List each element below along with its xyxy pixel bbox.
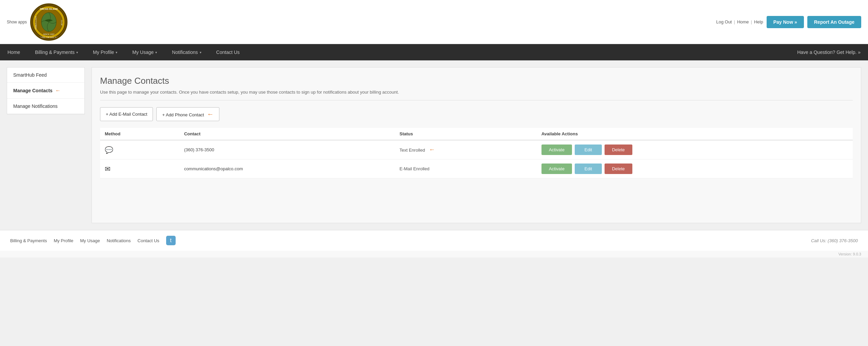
contact-value: (360) 376-3500 [179,140,395,159]
nav-item-billing[interactable]: Billing & Payments ▾ [27,44,85,60]
delete-button[interactable]: Delete [605,145,632,155]
edit-button[interactable]: Edit [575,145,602,155]
edit-button[interactable]: Edit [575,164,602,174]
nav-item-my-profile[interactable]: My Profile ▾ [85,44,125,60]
nav-item-home[interactable]: Home [0,44,27,60]
sidebar: SmartHub Feed Manage Contacts ← Manage N… [7,67,85,114]
nav-item-my-usage[interactable]: My Usage ▾ [125,44,164,60]
twitter-icon[interactable]: t [166,236,176,245]
chevron-down-icon: ▾ [116,51,117,54]
nav-item-notifications[interactable]: Notifications ▾ [164,44,209,60]
footer-call-us: Call Us: (360) 376-3500 [811,238,858,243]
sidebar-item-manage-notifications[interactable]: Manage Notifications [7,99,84,114]
show-apps-button[interactable]: Show apps [7,20,27,24]
status-cell: E-Mail Enrolled [395,159,536,178]
nav-bar: Home Billing & Payments ▾ My Profile ▾ M… [0,44,868,60]
footer-link-billing[interactable]: Billing & Payments [10,238,47,243]
col-header-actions: Available Actions [537,128,853,140]
activate-button[interactable]: Activate [541,164,572,174]
page-title: Manage Contacts [100,76,853,86]
chevron-down-icon: ▾ [76,51,78,54]
action-buttons: + Add E-Mail Contact + Add Phone Contact… [100,107,853,121]
table-row: ✉ communications@opalco.com E-Mail Enrol… [100,159,853,178]
nav-item-contact-us[interactable]: Contact Us [209,44,247,60]
arrow-right-icon: ← [55,88,61,94]
add-email-contact-button[interactable]: + Add E-Mail Contact [100,107,153,121]
logo: ORCAS ISLAND SINCE 1937 POWER & LIGHT CO… [30,3,67,41]
top-right: Log Out | Home | Help Pay Now » Report A… [716,16,861,28]
help-link[interactable]: Help [754,19,763,24]
pay-now-button[interactable]: Pay Now » [767,16,804,28]
svg-text:POWER & LIGHT: POWER & LIGHT [35,16,37,30]
table-row: 💬 (360) 376-3500 Text Enrolled ← Activat… [100,140,853,159]
svg-text:CO-OP: CO-OP [61,20,63,25]
top-bar: Show apps ORCAS ISLAND SINCE 1937 POWER … [0,0,868,44]
top-links: Log Out | Home | Help [716,19,763,24]
arrow-annotation-icon: ← [207,110,214,118]
svg-text:SINCE 1937: SINCE 1937 [43,33,55,35]
sidebar-item-smarthub-feed[interactable]: SmartHub Feed [7,68,84,83]
version-text: Version: 9.0.3 [839,252,861,256]
logout-link[interactable]: Log Out [716,19,732,24]
chevron-down-icon: ▾ [155,51,157,54]
nav-help-link[interactable]: Have a Question? Get Help. » [790,44,868,60]
top-left: Show apps ORCAS ISLAND SINCE 1937 POWER … [7,3,67,41]
footer-link-my-usage[interactable]: My Usage [80,238,100,243]
page-description: Use this page to manage your contacts. O… [100,90,853,100]
page-body: SmartHub Feed Manage Contacts ← Manage N… [0,60,868,230]
contact-value: communications@opalco.com [179,159,395,178]
nav-left: Home Billing & Payments ▾ My Profile ▾ M… [0,44,247,60]
footer-links: Billing & Payments My Profile My Usage N… [10,236,176,245]
report-outage-button[interactable]: Report An Outage [807,16,861,28]
delete-button[interactable]: Delete [605,164,632,174]
col-header-method: Method [100,128,179,140]
version-bar: Version: 9.0.3 [0,251,868,257]
activate-button[interactable]: Activate [541,145,572,155]
status-cell: Text Enrolled ← [395,140,536,159]
footer-link-notifications[interactable]: Notifications [107,238,131,243]
method-icon: 💬 [105,146,113,154]
footer: Billing & Payments My Profile My Usage N… [0,230,868,251]
actions-cell: Activate Edit Delete [537,140,853,159]
col-header-status: Status [395,128,536,140]
contacts-table: Method Contact Status Available Actions … [100,128,853,178]
main-content: Manage Contacts Use this page to manage … [92,67,861,223]
home-link[interactable]: Home [737,19,749,24]
footer-link-contact-us[interactable]: Contact Us [138,238,159,243]
col-header-contact: Contact [179,128,395,140]
add-phone-contact-button[interactable]: + Add Phone Contact ← [156,107,219,121]
status-text: E-Mail Enrolled [399,166,429,171]
chevron-down-icon: ▾ [200,51,201,54]
footer-link-my-profile[interactable]: My Profile [54,238,73,243]
svg-text:SERVING THE SAN JUANS: SERVING THE SAN JUANS [37,36,61,38]
svg-text:ORCAS ISLAND: ORCAS ISLAND [40,8,58,10]
sidebar-item-manage-contacts[interactable]: Manage Contacts ← [7,83,84,99]
status-arrow-icon: ← [429,146,435,153]
table-header-row: Method Contact Status Available Actions [100,128,853,140]
method-icon: ✉ [105,165,111,173]
status-text: Text Enrolled [399,148,425,153]
actions-cell: Activate Edit Delete [537,159,853,178]
